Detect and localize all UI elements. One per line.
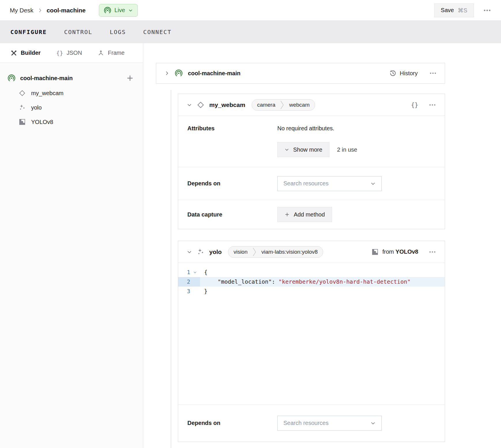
depends-on-select[interactable]: Search resources — [277, 416, 382, 431]
frame-icon — [97, 50, 104, 57]
view-toggle-json[interactable]: {} JSON — [56, 50, 82, 57]
attributes-section: Attributes No required attributes. Show … — [178, 116, 445, 167]
json-string-value: "keremberke/yolov8n-hard-hat-detection" — [278, 278, 410, 285]
chevron-down-icon — [285, 147, 289, 152]
overflow-menu-button[interactable] — [483, 6, 491, 14]
tree-item-label: YOLOv8 — [31, 119, 53, 125]
live-status-dropdown[interactable]: Live — [99, 4, 138, 17]
fold-chevron-icon[interactable] — [190, 268, 199, 277]
top-bar: My Desk cool-machine Live Save ⌘S — [0, 0, 501, 21]
tree-spine-line — [171, 90, 171, 448]
tree-item-my-webcam[interactable]: my_webcam — [0, 86, 143, 100]
service-sparkles-icon — [197, 248, 205, 256]
live-label: Live — [114, 7, 125, 14]
tree-item-label: my_webcam — [31, 90, 63, 97]
tools-icon — [10, 50, 17, 57]
show-more-button[interactable]: Show more — [277, 142, 329, 157]
resource-tree: cool-machine-main my_webcam — [0, 63, 143, 129]
machine-part-panel: cool-machine-main History — [156, 63, 445, 84]
chevron-down-icon[interactable] — [187, 102, 192, 108]
data-capture-section: Data capture Add method — [178, 200, 445, 229]
module-icon — [371, 248, 379, 256]
part-overflow-menu-button[interactable] — [429, 69, 437, 77]
breadcrumb-current: cool-machine — [47, 7, 86, 14]
add-resource-button[interactable] — [126, 74, 134, 82]
broadcast-icon — [104, 7, 111, 14]
resource-card-my-webcam: my_webcam camera webcam {} — [178, 94, 445, 229]
breadcrumb-parent[interactable]: My Desk — [10, 7, 33, 14]
chevron-down-icon — [370, 421, 376, 426]
chevron-down-icon[interactable] — [187, 249, 192, 255]
depends-on-select[interactable]: Search resources — [277, 176, 382, 191]
code-text: { — [200, 268, 445, 277]
line-number: 1 — [178, 268, 190, 277]
from-module-name: YOLOv8 — [395, 249, 418, 255]
tree-item-machine-part[interactable]: cool-machine-main — [0, 70, 143, 86]
tree-item-yolov8-module[interactable]: YOLOv8 — [0, 115, 143, 129]
code-text: "model_location": "keremberke/yolov8n-ha… — [200, 277, 445, 287]
save-button[interactable]: Save ⌘S — [434, 3, 474, 17]
service-sparkles-icon — [18, 104, 26, 111]
view-toggle-builder[interactable]: Builder — [10, 50, 41, 57]
history-icon — [389, 70, 396, 77]
resource-card-yolo: yolo vision viam-labs:vision:yolov8 — [178, 241, 445, 442]
attributes-code-editor[interactable]: 1 { 2 "model_location": "keremberke/yol — [178, 263, 445, 405]
chevron-down-icon — [128, 8, 133, 13]
resource-type-badge: camera webcam — [252, 99, 315, 111]
json-separator: : — [272, 278, 278, 285]
depends-on-placeholder: Search resources — [283, 180, 329, 187]
depends-on-section: Depends on Search resources — [178, 167, 445, 200]
line-number: 3 — [178, 287, 190, 296]
tab-control[interactable]: CONTROL — [64, 29, 92, 35]
module-icon — [18, 118, 26, 126]
config-main-area: cool-machine-main History — [143, 43, 501, 448]
attributes-empty-text: No required attributes. — [277, 125, 357, 132]
card-overflow-menu-button[interactable] — [429, 101, 436, 109]
show-more-label: Show more — [293, 146, 322, 153]
chevron-down-icon — [370, 181, 376, 186]
component-diamond-icon — [18, 89, 26, 97]
line-number: 2 — [178, 277, 190, 287]
code-text: } — [200, 287, 445, 296]
component-diamond-icon — [197, 101, 205, 109]
badge-type: vision — [228, 249, 253, 255]
tree-root-label: cool-machine-main — [20, 75, 73, 82]
add-method-label: Add method — [294, 211, 325, 218]
code-line-1: 1 { — [178, 268, 445, 277]
machine-part-title: cool-machine-main — [188, 70, 240, 77]
add-method-button[interactable]: Add method — [277, 207, 332, 222]
tree-item-yolo[interactable]: yolo — [0, 100, 143, 115]
save-label: Save — [441, 7, 454, 14]
depends-on-section: Depends on Search resources — [178, 405, 445, 441]
json-key: "model_location" — [218, 278, 272, 285]
resource-name: yolo — [209, 249, 222, 255]
main-nav-tabs: CONFIGURE CONTROL LOGS CONNECT — [0, 21, 501, 43]
view-toggle-frame[interactable]: Frame — [97, 50, 125, 57]
data-capture-label: Data capture — [187, 211, 277, 218]
card-header: yolo vision viam-labs:vision:yolov8 — [178, 241, 445, 263]
depends-on-label: Depends on — [187, 420, 277, 426]
from-label: from — [383, 249, 394, 255]
breadcrumb-chevron-icon — [37, 8, 43, 13]
plus-icon — [285, 212, 290, 217]
edit-json-button[interactable]: {} — [411, 101, 418, 108]
broadcast-icon — [7, 74, 16, 82]
badge-separator-chevron-icon — [253, 247, 256, 257]
history-button[interactable]: History — [389, 70, 418, 77]
tab-connect[interactable]: CONNECT — [143, 29, 172, 35]
depends-on-label: Depends on — [187, 180, 277, 187]
chevron-right-icon[interactable] — [164, 71, 169, 76]
badge-model: viam-labs:vision:yolov8 — [256, 249, 323, 255]
breadcrumb: My Desk cool-machine — [10, 7, 86, 14]
badge-model: webcam — [284, 102, 315, 108]
card-overflow-menu-button[interactable] — [429, 248, 436, 256]
badge-separator-chevron-icon — [280, 100, 284, 110]
save-shortcut: ⌘S — [458, 7, 467, 14]
view-label-frame: Frame — [108, 50, 125, 56]
broadcast-icon — [175, 69, 183, 77]
tab-configure[interactable]: CONFIGURE — [10, 29, 47, 35]
attributes-label: Attributes — [187, 125, 277, 167]
code-line-2: 2 "model_location": "keremberke/yolov8n-… — [178, 277, 445, 287]
tab-logs[interactable]: LOGS — [110, 29, 126, 35]
card-header: my_webcam camera webcam {} — [178, 94, 445, 116]
